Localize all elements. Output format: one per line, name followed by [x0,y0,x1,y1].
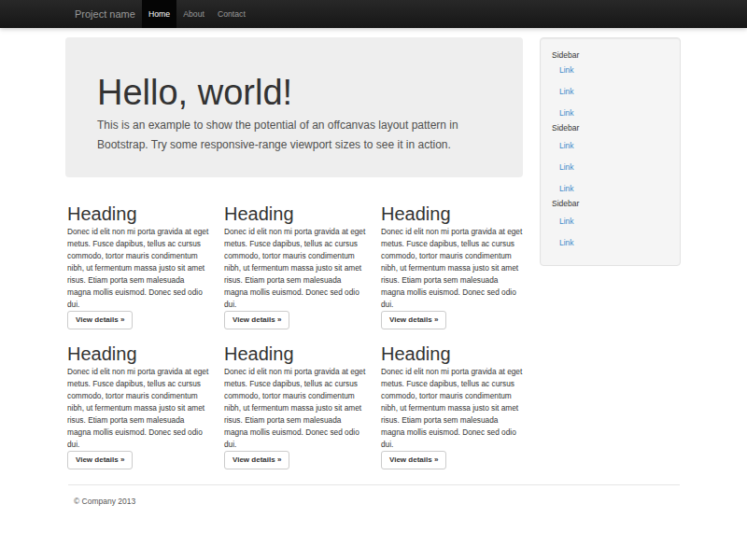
view-details-button[interactable]: View details » [67,311,133,329]
navbar: Project name Home About Contact [0,0,747,28]
card: Heading Donec id elit non mi porta gravi… [381,205,523,330]
sidebar-link[interactable]: Link [559,183,574,194]
navbar-brand[interactable]: Project name [75,0,135,28]
sidebar: Sidebar Link Link Link Sidebar Link Link… [540,37,681,266]
sidebar-title: Sidebar [552,122,579,133]
card-heading: Heading [67,205,209,222]
nav-item-contact[interactable]: Contact [211,0,252,28]
view-details-button[interactable]: View details » [224,311,289,329]
view-details-button[interactable]: View details » [224,451,289,469]
card-body: Donec id elit non mi porta gravida at eg… [224,366,366,451]
card-body: Donec id elit non mi porta gravida at eg… [67,226,209,311]
navbar-nav: Home About Contact [142,0,252,28]
card-heading: Heading [224,345,366,362]
view-details-button[interactable]: View details » [381,451,446,469]
sidebar-title: Sidebar [552,198,579,209]
sidebar-link[interactable]: Link [559,86,574,97]
card-body: Donec id elit non mi porta gravida at eg… [381,226,523,311]
sidebar-link[interactable]: Link [559,161,574,173]
jumbotron-title: Hello, world! [97,75,292,110]
nav-item-about[interactable]: About [176,0,211,28]
card: Heading Donec id elit non mi porta gravi… [224,205,366,330]
sidebar-link[interactable]: Link [559,140,574,151]
card: Heading Donec id elit non mi porta gravi… [381,345,523,470]
view-details-button[interactable]: View details » [67,451,133,469]
sidebar-link[interactable]: Link [559,237,574,248]
sidebar-title: Sidebar [552,49,579,61]
sidebar-link[interactable]: Link [559,107,574,119]
sidebar-link[interactable]: Link [559,216,574,227]
copyright-text: © Company 2013 [74,497,135,506]
card: Heading Donec id elit non mi porta gravi… [67,205,209,330]
view-details-button[interactable]: View details » [381,311,446,329]
jumbotron: Hello, world! This is an example to show… [65,37,523,177]
card-body: Donec id elit non mi porta gravida at eg… [224,226,366,311]
card-heading: Heading [67,345,209,362]
card: Heading Donec id elit non mi porta gravi… [224,345,366,470]
card-body: Donec id elit non mi porta gravida at eg… [381,366,523,451]
jumbotron-text: This is an example to show the potential… [97,116,482,155]
card-heading: Heading [381,345,523,362]
sidebar-link[interactable]: Link [559,64,574,76]
nav-item-home[interactable]: Home [142,0,176,28]
footer-divider [68,484,680,485]
card: Heading Donec id elit non mi porta gravi… [67,345,209,470]
card-body: Donec id elit non mi porta gravida at eg… [67,366,209,451]
card-heading: Heading [381,205,523,222]
card-heading: Heading [224,205,366,222]
